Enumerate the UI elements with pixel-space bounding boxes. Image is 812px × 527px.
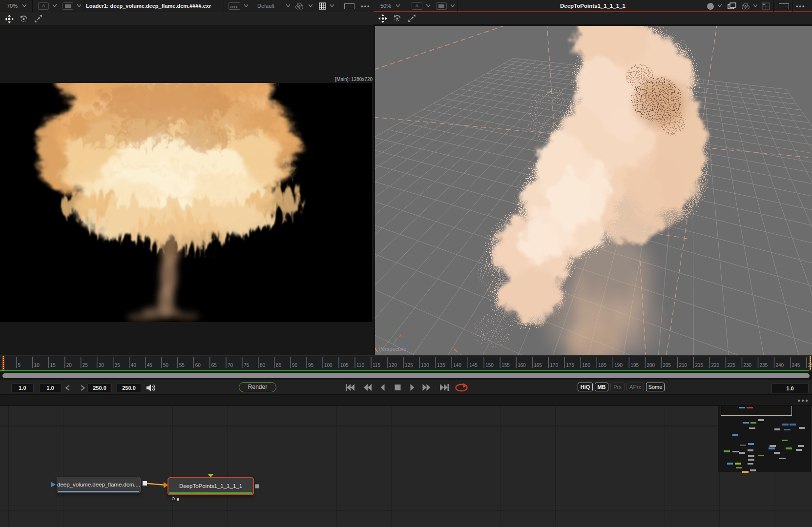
svg-text:70: 70 <box>228 363 233 368</box>
svg-text:90: 90 <box>292 363 298 368</box>
svg-text:195: 195 <box>630 363 639 368</box>
svg-text:95: 95 <box>308 363 314 368</box>
svg-text:125: 125 <box>405 363 413 368</box>
svg-text:115: 115 <box>373 363 380 368</box>
svg-text:60: 60 <box>195 363 201 368</box>
svg-text:55: 55 <box>179 363 185 368</box>
svg-text:Perspective: Perspective <box>378 346 406 352</box>
svg-text:200: 200 <box>646 363 655 368</box>
svg-text:225: 225 <box>728 363 736 368</box>
svg-text:65: 65 <box>211 363 217 368</box>
svg-text:185: 185 <box>598 363 606 368</box>
svg-text:240: 240 <box>776 363 784 368</box>
svg-text:100: 100 <box>324 363 333 368</box>
svg-text:5: 5 <box>18 363 21 368</box>
svg-text:155: 155 <box>501 363 510 368</box>
svg-text:150: 150 <box>485 363 494 368</box>
svg-text:145: 145 <box>469 363 478 368</box>
svg-text:220: 220 <box>711 363 720 368</box>
svg-text:190: 190 <box>614 363 623 368</box>
svg-text:230: 230 <box>744 363 752 368</box>
svg-text:165: 165 <box>534 363 542 368</box>
svg-text:50: 50 <box>163 363 169 368</box>
svg-text:175: 175 <box>566 363 574 368</box>
svg-text:80: 80 <box>260 363 266 368</box>
svg-text:75: 75 <box>244 363 250 368</box>
svg-text:Z: Z <box>407 343 410 347</box>
svg-text:X: X <box>399 333 402 338</box>
svg-text:245: 245 <box>792 363 800 368</box>
svg-text:40: 40 <box>131 363 137 368</box>
svg-text:25: 25 <box>83 363 88 368</box>
svg-text:85: 85 <box>276 363 282 368</box>
svg-text:140: 140 <box>453 363 461 368</box>
svg-text:10: 10 <box>34 363 40 368</box>
svg-text:235: 235 <box>760 363 768 368</box>
svg-text:180: 180 <box>582 363 590 368</box>
svg-text:170: 170 <box>550 363 558 368</box>
svg-text:30: 30 <box>99 363 104 368</box>
svg-text:35: 35 <box>115 363 121 368</box>
svg-text:105: 105 <box>340 363 349 368</box>
svg-text:135: 135 <box>437 363 445 368</box>
svg-text:160: 160 <box>518 363 526 368</box>
svg-text:45: 45 <box>147 363 153 368</box>
svg-text:Y: Y <box>393 328 396 333</box>
svg-text:120: 120 <box>389 363 397 368</box>
svg-text:110: 110 <box>356 363 364 368</box>
svg-text:15: 15 <box>50 363 56 368</box>
svg-text:210: 210 <box>679 363 687 368</box>
svg-text:130: 130 <box>421 363 429 368</box>
svg-text:20: 20 <box>66 363 72 368</box>
svg-text:215: 215 <box>695 363 703 368</box>
svg-text:205: 205 <box>663 363 671 368</box>
